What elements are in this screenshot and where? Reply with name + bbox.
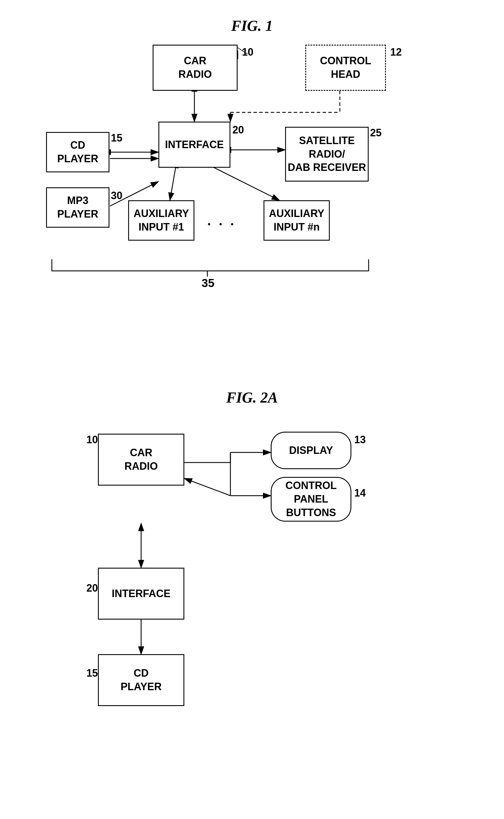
page: FIG. 1	[0, 0, 504, 819]
satellite-radio-box: SATELLITERADIO/DAB RECEIVER	[285, 127, 369, 181]
svg-line-21	[184, 479, 230, 496]
fig1-container: FIG. 1	[29, 17, 475, 349]
ref-20-fig2a: 20	[86, 582, 98, 594]
fig2a-arrows	[29, 389, 475, 807]
fig1-title: FIG. 1	[29, 17, 475, 34]
cd-player-box-fig2a: CDPLAYER	[98, 654, 184, 706]
ref-14: 14	[354, 487, 366, 499]
mp3-player-box: MP3PLAYER	[46, 187, 109, 228]
control-head-box: CONTROLHEAD	[305, 45, 386, 91]
control-panel-oval: CONTROLPANELBUTTONS	[271, 477, 351, 522]
ref-25: 25	[370, 127, 382, 139]
ref-13: 13	[354, 434, 366, 446]
car-radio-box-fig1: CARRADIO	[153, 45, 238, 91]
aux-input-n-box: AUXILIARYINPUT #n	[264, 200, 330, 241]
svg-line-11	[170, 167, 176, 200]
ref-30: 30	[111, 190, 122, 202]
fig1-arrows	[29, 17, 475, 349]
brace-label-35: 35	[202, 277, 215, 290]
ref-15-fig1: 15	[111, 132, 122, 144]
cd-player-box-fig1: CDPLAYER	[46, 132, 109, 172]
ref-15-fig2a: 15	[86, 667, 98, 679]
car-radio-box-fig2a: CARRADIO	[98, 434, 184, 486]
ref-20-fig1: 20	[232, 124, 244, 136]
svg-line-12	[213, 167, 279, 200]
interface-box-fig2a: INTERFACE	[98, 568, 184, 620]
ref-12: 12	[390, 46, 402, 58]
dots-separator: . . .	[207, 213, 236, 228]
display-oval: DISPLAY	[271, 432, 351, 469]
fig2a-container: FIG. 2A	[29, 389, 475, 807]
fig2a-title: FIG. 2A	[29, 389, 475, 406]
aux-input-1-box: AUXILIARYINPUT #1	[128, 200, 194, 241]
ref-10-fig2a: 10	[86, 434, 98, 446]
interface-box-fig1: INTERFACE	[158, 122, 230, 168]
